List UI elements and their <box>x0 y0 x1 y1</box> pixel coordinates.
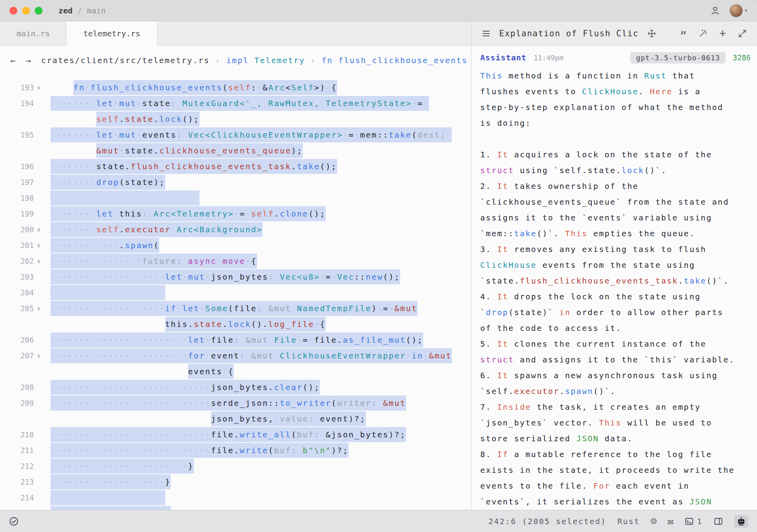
selected-code: ····························file.write_a… <box>50 427 406 442</box>
text-segment: for <box>188 351 205 360</box>
code-row[interactable]: 196········state.flush_clickhouse_events… <box>0 159 471 174</box>
code-row[interactable]: 210····························file.writ… <box>0 427 471 442</box>
code-row[interactable]: 200∨········self.executor Arc<Background… <box>0 222 471 237</box>
text-segment: self <box>251 209 274 218</box>
fold-toggle-icon[interactable]: ∨ <box>34 253 50 269</box>
language-selector[interactable]: Rust <box>617 517 640 526</box>
text-segment: file <box>211 335 234 345</box>
text-segment: . <box>119 114 125 124</box>
code-row[interactable]: 209····························serde_jso… <box>0 395 471 411</box>
code-row[interactable]: json_bytes,·value: event)?; <box>0 411 471 427</box>
code-row[interactable]: this.state.lock().log_file·{ <box>0 316 471 332</box>
text-segment: Rust <box>644 71 667 80</box>
code-row[interactable]: 215····················} <box>0 506 471 510</box>
code-row[interactable]: 199········let·this: Arc<Telemetry>·=·se… <box>0 206 471 222</box>
code-row[interactable]: 206························let·file: &mu… <box>0 332 471 348</box>
fold-toggle-icon[interactable]: ∨ <box>34 237 50 253</box>
code-row[interactable]: 214 <box>0 490 471 506</box>
forward-button[interactable]: → <box>26 56 31 65</box>
new-conversation-icon[interactable]: + <box>716 27 729 40</box>
menu-icon[interactable] <box>479 27 493 40</box>
text-segment: spawn <box>125 241 154 250</box>
assistant-text-line: struct and assigns it to the `this` vari… <box>480 352 751 368</box>
fold-toggle-icon[interactable]: ∨ <box>34 80 50 95</box>
text-segment: · <box>423 99 429 108</box>
line-number <box>0 143 34 159</box>
assistant-text-line: is doing: <box>480 115 751 131</box>
assistant-toggle[interactable] <box>734 515 748 528</box>
diagnostics-check-icon[interactable] <box>9 516 19 526</box>
soft-wrap-indent <box>50 146 96 155</box>
text-segment: . <box>559 386 565 396</box>
fold-toggle-icon[interactable]: ∨ <box>34 348 50 364</box>
assistant-conversation-title[interactable]: Explanation of Flush Clic <box>499 29 639 38</box>
text-segment: Vec<ClickhouseEventWrapper> <box>188 130 343 140</box>
code-row[interactable]: 204 <box>0 285 471 301</box>
dock-panel-icon[interactable] <box>714 517 723 526</box>
collaborators-button[interactable] <box>708 4 722 18</box>
text-segment: events to the file. <box>480 481 593 491</box>
model-badge[interactable]: gpt-3.5-turbo-0613 <box>630 52 725 63</box>
terminal-toggle[interactable]: 1 <box>684 517 703 526</box>
code-row[interactable]: 203····················let·mut·json_byte… <box>0 269 471 285</box>
back-button[interactable]: ← <box>10 56 15 65</box>
tab-telemetry.rs[interactable]: telemetry.rs <box>67 21 157 46</box>
text-segment: &json_bytes <box>326 430 389 439</box>
text-segment: It <box>497 181 509 191</box>
code-line: ············.spawn( <box>50 237 471 253</box>
code-row[interactable]: 212························} <box>0 458 471 474</box>
git-branch-label[interactable]: main <box>87 6 106 15</box>
tab-main.rs[interactable]: main.rs <box>0 21 67 45</box>
selected-code: ····················if·let·Some(file: &m… <box>50 301 418 316</box>
crosshair-icon[interactable] <box>645 27 658 40</box>
code-row[interactable]: 213····················} <box>0 474 471 490</box>
code-row[interactable]: events·{ <box>0 364 471 379</box>
text-segment: (); <box>383 272 400 282</box>
code-row[interactable]: 198 <box>0 190 471 206</box>
code-row[interactable]: 202∨················future: async·move·{ <box>0 253 471 269</box>
magic-wand-icon[interactable] <box>696 27 710 40</box>
text-segment: . <box>119 225 125 234</box>
code-row[interactable]: 201∨············.spawn( <box>0 237 471 253</box>
code-row[interactable]: 194········let·mut·state: MutexGuard<'_,… <box>0 95 471 111</box>
minimize-window-button[interactable] <box>22 7 30 15</box>
code-row[interactable]: &mut·state.clickhouse_events_queue); <box>0 143 471 159</box>
code-row[interactable]: 192 <box>0 75 471 80</box>
code-row[interactable]: self.state.lock(); <box>0 111 471 127</box>
code-row[interactable]: 195········let·mut·events: Vec<Clickhous… <box>0 127 471 143</box>
code-editor[interactable]: 192193∨ fn·flush_clickhouse_events(self:… <box>0 75 471 510</box>
text-segment: Self <box>291 83 314 92</box>
expand-icon[interactable] <box>736 27 749 40</box>
feedback-smiley-icon[interactable]: ☺ <box>651 517 656 526</box>
mail-icon[interactable]: ✉ <box>668 517 673 526</box>
selected-code: self.state.lock(); <box>96 112 200 127</box>
breadcrumb[interactable]: ← → crates/client/src/telemetry.rs › imp… <box>0 46 471 75</box>
code-row[interactable]: 193∨ fn·flush_clickhouse_events(self:·&A… <box>0 80 471 95</box>
text-segment: log_file <box>268 319 314 329</box>
code-row[interactable]: 207∨························for·event: &… <box>0 348 471 364</box>
fold-toggle-icon[interactable]: ∨ <box>34 301 50 316</box>
code-row[interactable]: 205∨····················if·let·Some(file… <box>0 301 471 316</box>
text-segment: This <box>480 71 503 80</box>
text-segment: new <box>366 272 383 282</box>
text-segment: file <box>234 304 257 313</box>
zoom-window-button[interactable] <box>35 7 43 15</box>
quote-selection-icon[interactable]: ” <box>677 27 690 40</box>
text-segment: writer: <box>337 398 383 408</box>
line-number: 192 <box>0 75 34 80</box>
code-row[interactable]: 208····························json_byte… <box>0 379 471 395</box>
cursor-position[interactable]: 242:6 (2005 selected) <box>489 517 606 526</box>
text-segment: mut <box>119 99 137 108</box>
code-row[interactable]: 197········drop(state); <box>0 174 471 190</box>
fold-toggle-icon[interactable]: ∨ <box>34 222 50 237</box>
assistant-text-line: 8. If a mutable reference to the log fil… <box>480 446 751 462</box>
message-role[interactable]: Assistant <box>480 53 526 62</box>
assistant-conversation[interactable]: Assistant 11:49pm gpt-3.5-turbo-0613 328… <box>472 46 757 510</box>
user-menu[interactable]: ▾ <box>729 4 748 17</box>
line-number: 194 <box>0 95 34 111</box>
text-segment: ); <box>291 146 303 155</box>
close-window-button[interactable] <box>9 7 17 15</box>
code-row[interactable]: 211····························file.writ… <box>0 442 471 458</box>
assistant-text-line: assigns it to the `events` variable usin… <box>480 210 751 226</box>
line-number: 200 <box>0 222 34 237</box>
